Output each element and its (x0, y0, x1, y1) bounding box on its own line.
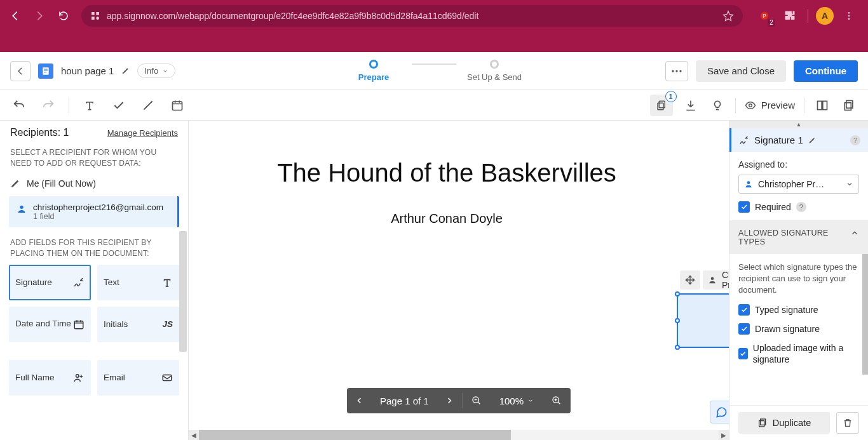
svg-rect-11 (44, 70, 48, 70)
field-tile-fullname[interactable]: Full Name (9, 360, 91, 396)
continue-button[interactable]: Continue (794, 60, 858, 82)
undo-button[interactable] (10, 97, 28, 114)
resize-handle[interactable] (675, 291, 680, 297)
chevron-down-icon (162, 68, 168, 74)
recipient-me[interactable]: Me (Fill Out Now) (0, 173, 188, 194)
zoom-dropdown[interactable]: 100% (491, 388, 543, 413)
fields-palette: Signature Text Date and Time Initials JS (0, 263, 188, 402)
field-tile-datetime[interactable]: Date and Time (9, 307, 91, 342)
redo-button[interactable] (39, 97, 57, 114)
zoom-out[interactable] (463, 388, 491, 413)
allowed-types-header[interactable]: ALLOWED SIGNATURE TYPES (729, 221, 868, 254)
delete-field-button[interactable] (836, 412, 859, 434)
svg-rect-12 (44, 72, 46, 72)
svg-rect-10 (44, 69, 48, 69)
bookmark-star-icon[interactable] (722, 10, 734, 22)
step-prepare[interactable]: Prepare (336, 60, 412, 82)
scroll-up-arrow[interactable]: ▲ (729, 121, 868, 128)
svg-point-28 (711, 277, 714, 280)
checkbox-checked-icon[interactable] (738, 201, 750, 213)
resize-handle[interactable] (675, 318, 680, 323)
browser-chrome: app.signnow.com/webapp/documentgroup/e20… (0, 0, 868, 32)
document-page: The Hound of the Baskervilles Arthur Con… (218, 121, 675, 264)
recipient-card[interactable]: christopherproject216@gmail.com 1 field (9, 196, 179, 227)
drawn-signature-checkbox[interactable]: Drawn signature (738, 323, 859, 335)
document-canvas: The Hound of the Baskervilles Arthur Con… (189, 121, 729, 440)
svg-point-24 (20, 205, 23, 208)
help-icon[interactable]: ? (796, 202, 806, 212)
duplicate-button[interactable]: Duplicate (738, 412, 830, 434)
check-tool[interactable] (110, 97, 128, 114)
resize-handle[interactable] (675, 345, 680, 350)
more-menu-button[interactable] (665, 61, 688, 81)
scroll-right-arrow[interactable]: ▶ (719, 430, 729, 440)
svg-point-8 (848, 18, 850, 20)
site-settings-icon[interactable] (90, 11, 100, 21)
browser-menu-icon[interactable] (839, 6, 859, 26)
svg-point-7 (848, 15, 850, 17)
svg-point-33 (747, 181, 750, 184)
svg-rect-9 (43, 67, 48, 75)
typed-signature-checkbox[interactable]: Typed signature (738, 304, 859, 316)
app-topbar: houn page 1 Info Prepare Set Up & Send S… (0, 52, 868, 90)
rename-icon[interactable] (121, 67, 130, 75)
recipient-email: christopherproject216@gmail.com (33, 203, 163, 212)
canvas-scroll-area[interactable]: The Hound of the Baskervilles Arthur Con… (189, 121, 729, 430)
browser-forward[interactable] (29, 6, 50, 26)
hint-bulb-button[interactable] (709, 97, 726, 114)
checkbox-checked-icon[interactable] (738, 304, 750, 316)
preview-button[interactable]: Preview (745, 100, 795, 111)
hscroll-thumb[interactable] (199, 430, 511, 440)
save-and-close-button[interactable]: Save and Close (696, 60, 786, 82)
divider (808, 9, 808, 23)
field-assignee-dropdown[interactable]: Christopher Project (703, 270, 729, 290)
back-button[interactable] (10, 61, 31, 81)
help-chat-button[interactable] (710, 401, 729, 423)
uploaded-signature-checkbox[interactable]: Uploaded image with a signature (738, 342, 859, 365)
left-panel-scrollbar[interactable] (179, 231, 187, 352)
field-tile-signature[interactable]: Signature (9, 265, 91, 300)
profile-avatar[interactable]: A (816, 7, 834, 25)
checkbox-checked-icon[interactable] (738, 348, 748, 359)
svg-point-13 (672, 70, 674, 72)
required-checkbox-row[interactable]: Required ? (738, 201, 859, 213)
pages-panel-button[interactable]: 1 (650, 95, 673, 116)
field-name[interactable]: Signature 1 (754, 135, 803, 145)
step-setup-send[interactable]: Set Up & Send (456, 60, 532, 82)
field-tile-email[interactable]: Email (97, 360, 179, 396)
person-icon (708, 276, 717, 284)
line-tool[interactable] (139, 97, 157, 114)
horizontal-scrollbar[interactable]: ◀ ▶ (189, 430, 729, 440)
svg-rect-20 (818, 101, 822, 109)
info-dropdown[interactable]: Info (137, 63, 175, 78)
signature-field[interactable]: Signature (677, 293, 729, 348)
copy-all-button[interactable] (840, 97, 858, 114)
edit-name-icon[interactable] (808, 137, 816, 144)
field-tile-text[interactable]: Text (97, 265, 179, 300)
calendar-icon (73, 319, 85, 330)
field-tile-initials[interactable]: Initials JS (97, 307, 179, 342)
extensions-puzzle-icon[interactable] (780, 6, 800, 26)
browser-back[interactable] (5, 6, 25, 26)
help-icon[interactable]: ? (850, 135, 860, 145)
person-icon (744, 180, 753, 189)
svg-point-6 (848, 12, 850, 14)
document-title[interactable]: houn page 1 (61, 65, 114, 76)
scroll-left-arrow[interactable]: ◀ (189, 430, 199, 440)
pager-next[interactable] (437, 388, 462, 413)
select-recipient-hint: SELECT A RECIPIENT FOR WHOM YOU NEED TO … (0, 141, 188, 173)
text-tool[interactable] (81, 97, 98, 114)
url-bar[interactable]: app.signnow.com/webapp/documentgroup/e20… (81, 5, 743, 27)
calendar-tool[interactable] (168, 97, 186, 114)
field-move-handle[interactable] (680, 270, 700, 290)
zoom-in[interactable] (543, 388, 571, 413)
swap-layout-button[interactable] (813, 97, 831, 114)
extension-icon[interactable]: P 2 (754, 6, 775, 26)
manage-recipients-link[interactable]: Manage Recipients (107, 128, 178, 138)
assignee-select[interactable]: Christopher Pr… (738, 175, 859, 194)
checkbox-checked-icon[interactable] (738, 323, 750, 335)
download-button[interactable] (682, 97, 700, 114)
pager-prev[interactable] (347, 388, 372, 413)
browser-reload[interactable] (53, 6, 74, 26)
initials-icon: JS (162, 319, 173, 329)
